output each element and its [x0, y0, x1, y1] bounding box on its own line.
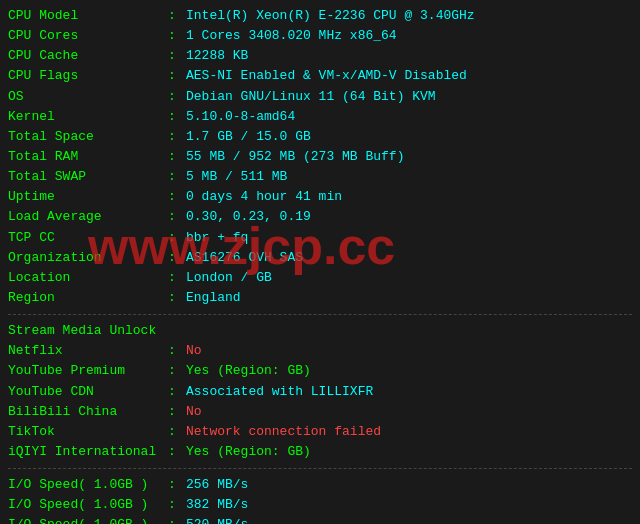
row-label: iQIYI International [8, 442, 168, 462]
row-value: No [186, 341, 202, 361]
table-row: I/O Speed( 1.0GB ): 256 MB/s [8, 475, 632, 495]
streaming-section: Stream Media Unlock Netflix: NoYouTube P… [8, 321, 632, 462]
table-row: I/O Speed( 1.0GB ): 382 MB/s [8, 495, 632, 515]
row-colon: : [168, 127, 182, 147]
row-value: 520 MB/s [186, 515, 248, 524]
row-colon: : [168, 515, 182, 524]
row-colon: : [168, 87, 182, 107]
row-colon: : [168, 228, 182, 248]
row-value: 5 MB / 511 MB [186, 167, 287, 187]
row-value: 0 days 4 hour 41 min [186, 187, 342, 207]
row-value: Yes (Region: GB) [186, 361, 311, 381]
row-colon: : [168, 475, 182, 495]
row-label: BiliBili China [8, 402, 168, 422]
row-colon: : [168, 167, 182, 187]
row-value: London / GB [186, 268, 272, 288]
row-value: 1 Cores 3408.020 MHz x86_64 [186, 26, 397, 46]
row-colon: : [168, 268, 182, 288]
table-row: CPU Flags: AES-NI Enabled & VM-x/AMD-V D… [8, 66, 632, 86]
table-row: OS: Debian GNU/Linux 11 (64 Bit) KVM [8, 87, 632, 107]
row-label: Location [8, 268, 168, 288]
row-label: I/O Speed( 1.0GB ) [8, 475, 168, 495]
table-row: Total SWAP: 5 MB / 511 MB [8, 167, 632, 187]
table-row: CPU Cores: 1 Cores 3408.020 MHz x86_64 [8, 26, 632, 46]
row-label: Load Average [8, 207, 168, 227]
row-colon: : [168, 361, 182, 381]
row-colon: : [168, 442, 182, 462]
row-value: AS16276 OVH SAS [186, 248, 303, 268]
row-label: Total Space [8, 127, 168, 147]
table-row: TikTok: Network connection failed [8, 422, 632, 442]
row-value: 55 MB / 952 MB (273 MB Buff) [186, 147, 404, 167]
table-row: CPU Cache: 12288 KB [8, 46, 632, 66]
table-row: Uptime: 0 days 4 hour 41 min [8, 187, 632, 207]
table-row: Total RAM: 55 MB / 952 MB (273 MB Buff) [8, 147, 632, 167]
row-value: 382 MB/s [186, 495, 248, 515]
row-label: CPU Cache [8, 46, 168, 66]
row-value: 0.30, 0.23, 0.19 [186, 207, 311, 227]
row-label: TCP CC [8, 228, 168, 248]
system-section: CPU Model: Intel(R) Xeon(R) E-2236 CPU @… [8, 6, 632, 308]
row-colon: : [168, 6, 182, 26]
io-section: I/O Speed( 1.0GB ): 256 MB/sI/O Speed( 1… [8, 475, 632, 524]
row-label: YouTube Premium [8, 361, 168, 381]
row-colon: : [168, 382, 182, 402]
row-colon: : [168, 187, 182, 207]
row-colon: : [168, 26, 182, 46]
row-label: CPU Flags [8, 66, 168, 86]
row-label: Total RAM [8, 147, 168, 167]
row-value: 5.10.0-8-amd64 [186, 107, 295, 127]
table-row: BiliBili China: No [8, 402, 632, 422]
table-row: Organization: AS16276 OVH SAS [8, 248, 632, 268]
row-label: Uptime [8, 187, 168, 207]
row-value: England [186, 288, 241, 308]
row-label: Organization [8, 248, 168, 268]
row-colon: : [168, 46, 182, 66]
row-label: Total SWAP [8, 167, 168, 187]
table-row: Region: England [8, 288, 632, 308]
row-value: Network connection failed [186, 422, 381, 442]
row-colon: : [168, 495, 182, 515]
row-label: CPU Cores [8, 26, 168, 46]
divider-1 [8, 314, 632, 315]
row-label: Netflix [8, 341, 168, 361]
row-label: Kernel [8, 107, 168, 127]
row-label: CPU Model [8, 6, 168, 26]
divider-2 [8, 468, 632, 469]
row-colon: : [168, 147, 182, 167]
row-colon: : [168, 248, 182, 268]
row-value: 1.7 GB / 15.0 GB [186, 127, 311, 147]
row-value: bbr + fq [186, 228, 248, 248]
table-row: I/O Speed( 1.0GB ): 520 MB/s [8, 515, 632, 524]
row-value: Associated with LILLIXFR [186, 382, 373, 402]
streaming-header: Stream Media Unlock [8, 321, 168, 341]
table-row: YouTube CDN: Associated with LILLIXFR [8, 382, 632, 402]
table-row: Load Average: 0.30, 0.23, 0.19 [8, 207, 632, 227]
row-colon: : [168, 288, 182, 308]
row-label: TikTok [8, 422, 168, 442]
row-label: I/O Speed( 1.0GB ) [8, 495, 168, 515]
table-row: TCP CC: bbr + fq [8, 228, 632, 248]
row-value: 256 MB/s [186, 475, 248, 495]
row-colon: : [168, 107, 182, 127]
row-value: AES-NI Enabled & VM-x/AMD-V Disabled [186, 66, 467, 86]
table-row: YouTube Premium: Yes (Region: GB) [8, 361, 632, 381]
row-colon: : [168, 422, 182, 442]
table-row: Location: London / GB [8, 268, 632, 288]
row-value: Intel(R) Xeon(R) E-2236 CPU @ 3.40GHz [186, 6, 475, 26]
table-row: Netflix: No [8, 341, 632, 361]
row-label: OS [8, 87, 168, 107]
row-value: 12288 KB [186, 46, 248, 66]
row-colon: : [168, 66, 182, 86]
table-row: Total Space: 1.7 GB / 15.0 GB [8, 127, 632, 147]
row-value: Debian GNU/Linux 11 (64 Bit) KVM [186, 87, 436, 107]
row-colon: : [168, 207, 182, 227]
table-row: iQIYI International: Yes (Region: GB) [8, 442, 632, 462]
row-value: No [186, 402, 202, 422]
row-colon: : [168, 341, 182, 361]
row-label: I/O Speed( 1.0GB ) [8, 515, 168, 524]
table-row: Kernel: 5.10.0-8-amd64 [8, 107, 632, 127]
table-row: CPU Model: Intel(R) Xeon(R) E-2236 CPU @… [8, 6, 632, 26]
row-label: Region [8, 288, 168, 308]
row-value: Yes (Region: GB) [186, 442, 311, 462]
